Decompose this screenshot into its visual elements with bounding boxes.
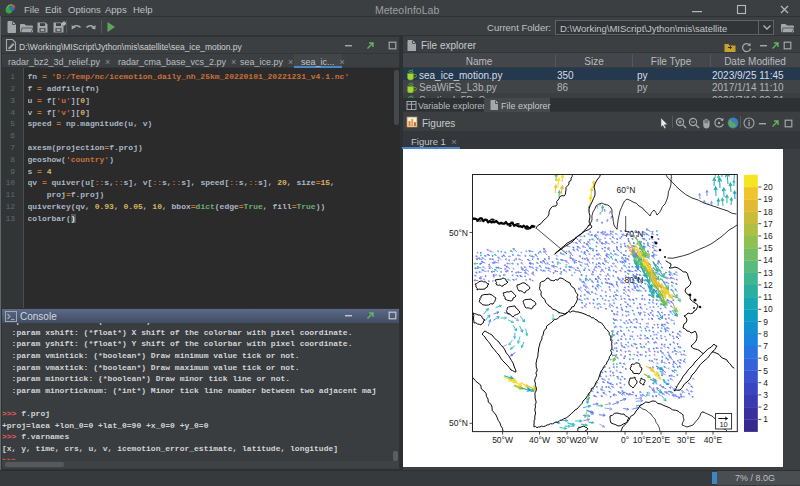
svg-text:2: 2 [763, 402, 768, 412]
svg-text:30°E: 30°E [677, 435, 696, 445]
svg-text:14: 14 [763, 255, 773, 265]
svg-text:16: 16 [763, 231, 773, 241]
svg-text:50°W: 50°W [492, 435, 513, 445]
svg-text:10°E: 10°E [633, 435, 652, 445]
svg-text:40°E: 40°E [704, 435, 723, 445]
svg-text:5: 5 [763, 366, 768, 376]
svg-text:70°N: 70°N [625, 229, 644, 239]
svg-text:20°W: 20°W [577, 435, 598, 445]
svg-text:80°N: 80°N [625, 275, 644, 285]
svg-text:9: 9 [763, 317, 768, 327]
svg-text:4: 4 [763, 378, 768, 388]
svg-text:40°W: 40°W [529, 435, 550, 445]
svg-text:17: 17 [763, 219, 773, 229]
svg-text:3: 3 [763, 390, 768, 400]
svg-text:20: 20 [763, 182, 773, 192]
svg-text:18: 18 [763, 207, 773, 217]
svg-text:60°N: 60°N [617, 185, 636, 195]
svg-text:50°N: 50°N [449, 228, 468, 238]
svg-text:13: 13 [763, 268, 773, 278]
svg-text:20°E: 20°E [652, 435, 671, 445]
svg-text:19: 19 [763, 194, 773, 204]
svg-text:8: 8 [763, 329, 768, 339]
svg-text:7: 7 [763, 341, 768, 351]
svg-text:15: 15 [763, 243, 773, 253]
svg-text:1: 1 [763, 414, 768, 424]
svg-text:6: 6 [763, 353, 768, 363]
svg-text:12: 12 [763, 280, 773, 290]
svg-text:11: 11 [763, 292, 772, 302]
svg-text:10: 10 [719, 420, 727, 429]
svg-text:30°W: 30°W [557, 435, 578, 445]
svg-text:50°N: 50°N [449, 418, 468, 428]
svg-text:10: 10 [763, 304, 773, 314]
svg-text:0°: 0° [621, 435, 629, 445]
